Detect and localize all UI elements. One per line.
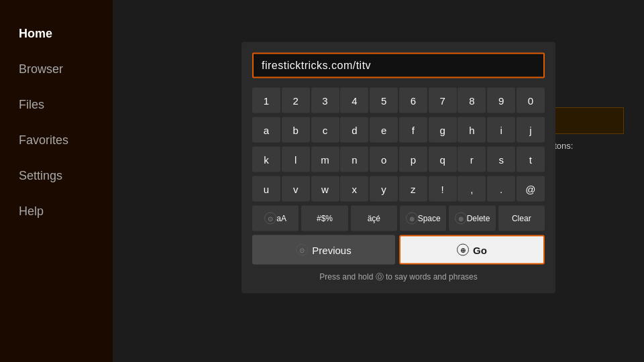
key-q[interactable]: q bbox=[429, 147, 457, 172]
key-7[interactable]: 7 bbox=[429, 88, 457, 113]
key-z[interactable]: z bbox=[399, 176, 427, 202]
key-j[interactable]: j bbox=[517, 117, 545, 143]
key-5[interactable]: 5 bbox=[370, 88, 398, 113]
delete-icon: ⊕ bbox=[455, 213, 467, 225]
keyboard-overlay: firesticktricks.com/titv 1 2 3 4 5 6 7 8… bbox=[241, 42, 555, 294]
keyboard-special-row: ⊙ aA #$% äçé ⊕ Space ⊕ Delete Clear bbox=[252, 206, 545, 231]
sidebar-item-favorites[interactable]: Favorites bbox=[19, 133, 113, 147]
key-h[interactable]: h bbox=[458, 117, 486, 143]
key-g[interactable]: g bbox=[429, 117, 457, 143]
keyboard-row-kt: k l m n o p q r s t bbox=[252, 147, 545, 172]
key-space[interactable]: ⊕ Space bbox=[400, 206, 446, 231]
key-s[interactable]: s bbox=[487, 147, 515, 172]
key-6[interactable]: 6 bbox=[399, 88, 427, 113]
keyboard-row-aj: a b c d e f g h i j bbox=[252, 117, 545, 143]
keyboard-number-row: 1 2 3 4 5 6 7 8 9 0 bbox=[252, 88, 545, 113]
key-y[interactable]: y bbox=[370, 176, 398, 202]
key-0[interactable]: 0 bbox=[517, 88, 545, 113]
key-u[interactable]: u bbox=[252, 176, 280, 202]
sidebar-item-settings[interactable]: Settings bbox=[19, 169, 113, 183]
key-l[interactable]: l bbox=[282, 147, 310, 172]
url-input-container[interactable]: firesticktricks.com/titv bbox=[252, 53, 545, 78]
keyboard-row-u-at: u v w x y z ! , . @ bbox=[252, 176, 545, 202]
key-r[interactable]: r bbox=[458, 147, 486, 172]
space-icon: ⊕ bbox=[406, 213, 418, 225]
caps-icon: ⊙ bbox=[264, 213, 276, 225]
key-c[interactable]: c bbox=[311, 117, 339, 143]
key-m[interactable]: m bbox=[311, 147, 339, 172]
key-1[interactable]: 1 bbox=[252, 88, 280, 113]
key-o[interactable]: o bbox=[370, 147, 398, 172]
key-p[interactable]: p bbox=[399, 147, 427, 172]
key-2[interactable]: 2 bbox=[282, 88, 310, 113]
sidebar-item-browser[interactable]: Browser bbox=[19, 62, 113, 76]
key-t[interactable]: t bbox=[517, 147, 545, 172]
sidebar-item-help[interactable]: Help bbox=[19, 204, 113, 219]
key-d[interactable]: d bbox=[340, 117, 368, 143]
key-caps[interactable]: ⊙ aA bbox=[252, 206, 299, 231]
sidebar-item-files[interactable]: Files bbox=[19, 98, 113, 112]
key-exclaim[interactable]: ! bbox=[429, 176, 457, 202]
key-3[interactable]: 3 bbox=[311, 88, 339, 113]
key-v[interactable]: v bbox=[282, 176, 310, 202]
key-i[interactable]: i bbox=[487, 117, 515, 143]
url-input-value: firesticktricks.com/titv bbox=[262, 60, 371, 71]
sidebar-item-home[interactable]: Home bbox=[19, 27, 113, 41]
key-e[interactable]: e bbox=[370, 117, 398, 143]
previous-icon: ⊙ bbox=[296, 244, 308, 256]
key-x[interactable]: x bbox=[340, 176, 368, 202]
previous-button[interactable]: ⊙ Previous bbox=[252, 235, 395, 265]
key-n[interactable]: n bbox=[340, 147, 368, 172]
key-clear[interactable]: Clear bbox=[498, 206, 545, 231]
key-accents[interactable]: äçé bbox=[351, 206, 397, 231]
key-symbols[interactable]: #$% bbox=[301, 206, 347, 231]
key-w[interactable]: w bbox=[311, 176, 339, 202]
main-content: ase donation buttons: $10 $20 $50 $100 f… bbox=[113, 0, 644, 362]
key-k[interactable]: k bbox=[252, 147, 280, 172]
key-period[interactable]: . bbox=[487, 176, 515, 202]
go-icon: ⊕ bbox=[457, 244, 469, 256]
key-9[interactable]: 9 bbox=[487, 88, 515, 113]
key-f[interactable]: f bbox=[399, 117, 427, 143]
key-8[interactable]: 8 bbox=[458, 88, 486, 113]
key-b[interactable]: b bbox=[282, 117, 310, 143]
key-comma[interactable]: , bbox=[458, 176, 486, 202]
key-at[interactable]: @ bbox=[517, 176, 545, 202]
key-4[interactable]: 4 bbox=[340, 88, 368, 113]
sidebar: Home Browser Files Favorites Settings He… bbox=[0, 0, 113, 362]
key-delete[interactable]: ⊕ Delete bbox=[449, 206, 495, 231]
voice-hint: Press and hold Ⓞ to say words and phrase… bbox=[252, 272, 545, 283]
key-a[interactable]: a bbox=[252, 117, 280, 143]
go-button[interactable]: ⊕ Go bbox=[399, 235, 545, 265]
keyboard-action-buttons: ⊙ Previous ⊕ Go bbox=[252, 235, 545, 265]
